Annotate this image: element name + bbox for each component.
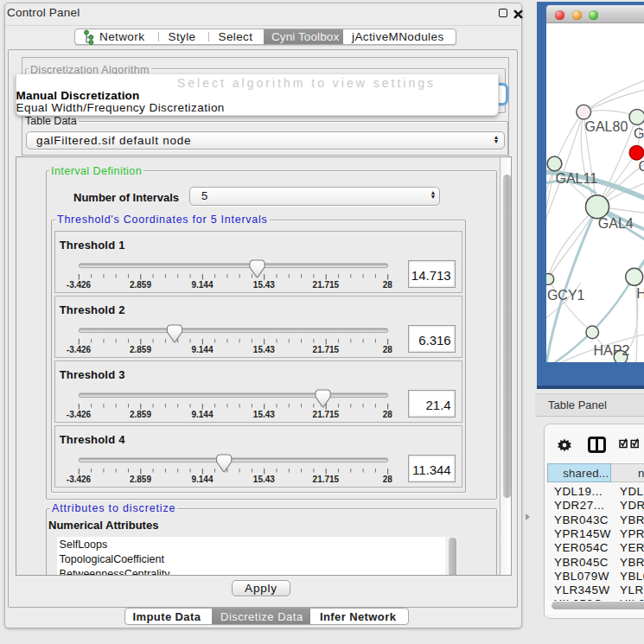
svg-text:HAP2: HAP2 xyxy=(594,343,630,358)
svg-text:GAL7: GAL7 xyxy=(634,126,644,141)
svg-text:GAL4: GAL4 xyxy=(598,216,634,231)
svg-text:GAL11: GAL11 xyxy=(556,171,598,186)
svg-text:CD: CD xyxy=(639,159,644,174)
svg-text:GCY1: GCY1 xyxy=(547,288,585,303)
svg-text:GAL80: GAL80 xyxy=(585,119,628,134)
svg-text:HIS: HIS xyxy=(636,286,644,301)
